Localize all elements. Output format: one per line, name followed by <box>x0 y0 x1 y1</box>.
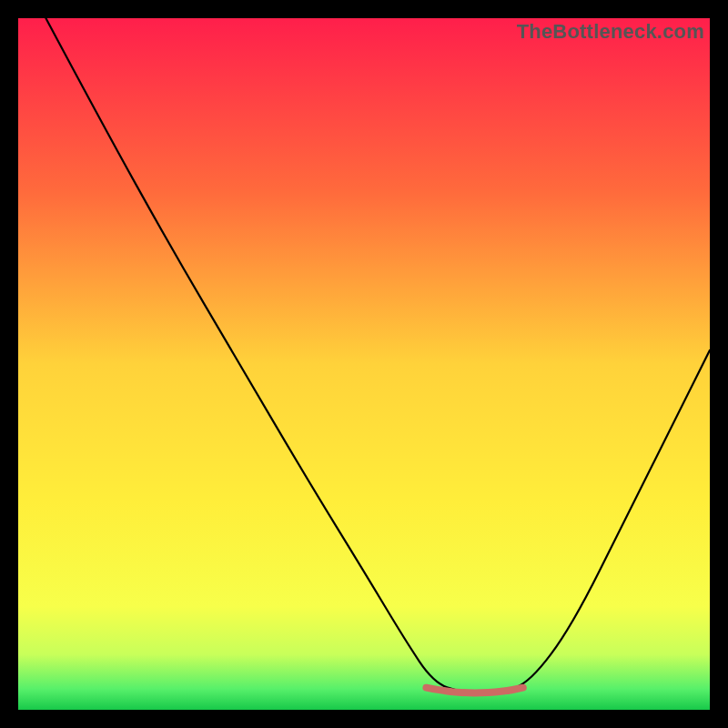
gradient-rect <box>18 18 710 710</box>
chart-svg <box>18 18 710 710</box>
watermark-text: TheBottleneck.com <box>517 20 704 44</box>
chart-frame: TheBottleneck.com <box>18 18 710 710</box>
